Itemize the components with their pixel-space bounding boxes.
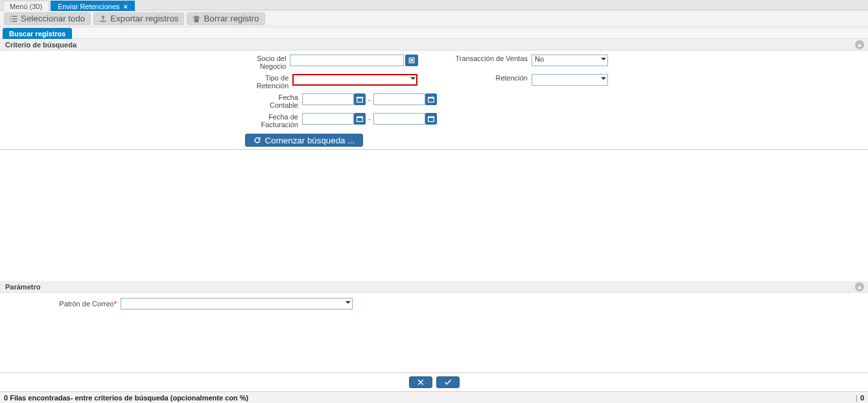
criteria-body: Socio del Negocio Transacción de Ventas …: [0, 51, 868, 150]
check-icon: [443, 378, 452, 386]
collapse-icon[interactable]: ▲: [855, 282, 864, 291]
begin-search-label: Comenzar búsqueda ...: [265, 136, 355, 145]
collapse-icon[interactable]: ▲: [855, 40, 864, 49]
invdate-label: Fecha de Facturación: [0, 113, 302, 128]
bp-input[interactable]: [290, 55, 404, 66]
rettype-combo[interactable]: [292, 74, 417, 86]
svg-rect-3: [357, 97, 363, 99]
toolbar: Seleccionar todo Exportar registros Borr…: [0, 10, 868, 27]
status-bar: 0 Filas encontradas- entre criterios de …: [0, 391, 868, 403]
date-range-separator: -: [368, 115, 371, 123]
acctdate-to-calendar-button[interactable]: [425, 93, 437, 105]
select-all-button[interactable]: Seleccionar todo: [4, 12, 91, 25]
status-count: 0: [860, 394, 864, 402]
mail-pattern-combo[interactable]: [121, 298, 353, 310]
acctdate-to-input[interactable]: [373, 93, 425, 105]
list-icon: [10, 15, 18, 23]
subtab-buscar-registros[interactable]: Buscar registros: [3, 28, 72, 40]
confirm-button[interactable]: [436, 376, 460, 388]
acctdate-from-calendar-button[interactable]: [354, 93, 366, 105]
date-range-separator: -: [368, 95, 371, 103]
x-icon: [416, 378, 425, 386]
subtabs-row: Buscar registros: [0, 27, 868, 39]
delete-label: Borrar registro: [204, 14, 259, 23]
export-button[interactable]: Exportar registros: [93, 12, 184, 25]
invdate-to-calendar-button[interactable]: [425, 113, 437, 125]
subtab-label: Buscar registros: [9, 30, 65, 38]
mail-pattern-label: Patrón de Correo*: [0, 300, 121, 308]
bp-label: Socio del Negocio: [0, 55, 290, 70]
delete-button[interactable]: Borrar registro: [187, 12, 264, 25]
export-icon: [99, 15, 107, 23]
lookup-icon: [408, 57, 415, 64]
refresh-icon: [253, 136, 261, 144]
status-separator: |: [856, 394, 858, 402]
tab-menu[interactable]: Menú (30): [3, 1, 49, 11]
action-bar: [0, 373, 868, 391]
svg-rect-1: [411, 59, 414, 62]
invdate-from-input[interactable]: [302, 113, 354, 125]
status-rows-text: 0 Filas encontradas- entre criterios de …: [4, 394, 248, 402]
bp-lookup-button[interactable]: [405, 55, 418, 66]
app-tabs-bar: Menú (30) Enviar Retenciones ×: [0, 0, 868, 10]
rettype-label: Tipo de Retención: [0, 74, 292, 90]
svg-rect-9: [428, 117, 434, 118]
invdate-to-input[interactable]: [373, 113, 425, 125]
acctdate-label: Fecha Contable: [0, 93, 302, 109]
calendar-icon: [428, 96, 434, 103]
retention-label: Retención: [443, 74, 532, 82]
trash-icon: [193, 15, 200, 23]
criteria-header: Criterio de búsqueda ▲: [0, 39, 868, 51]
salestrx-combo[interactable]: No: [532, 55, 608, 66]
tab-enviar-retenciones-label: Enviar Retenciones: [58, 3, 119, 10]
acctdate-from-input[interactable]: [302, 93, 354, 105]
criteria-title: Criterio de búsqueda: [5, 41, 76, 49]
svg-rect-5: [428, 97, 434, 99]
cancel-button[interactable]: [409, 376, 432, 388]
calendar-icon: [357, 116, 363, 122]
select-all-label: Seleccionar todo: [21, 14, 85, 23]
invdate-from-calendar-button[interactable]: [354, 113, 366, 125]
tab-menu-label: Menú (30): [10, 3, 42, 10]
export-label: Exportar registros: [110, 14, 178, 23]
param-title: Parámetro: [5, 283, 40, 291]
begin-search-button[interactable]: Comenzar búsqueda ...: [245, 134, 364, 147]
calendar-icon: [357, 96, 363, 103]
salestrx-value: No: [534, 55, 544, 63]
tab-enviar-retenciones[interactable]: Enviar Retenciones ×: [51, 1, 135, 11]
salestrx-label: Transacción de Ventas: [444, 55, 532, 62]
calendar-icon: [428, 116, 434, 122]
param-body: Patrón de Correo*: [0, 293, 868, 373]
retention-combo[interactable]: [532, 74, 608, 86]
param-header: Parámetro ▲: [0, 281, 868, 293]
svg-rect-7: [357, 117, 363, 118]
close-icon[interactable]: ×: [124, 3, 128, 10]
